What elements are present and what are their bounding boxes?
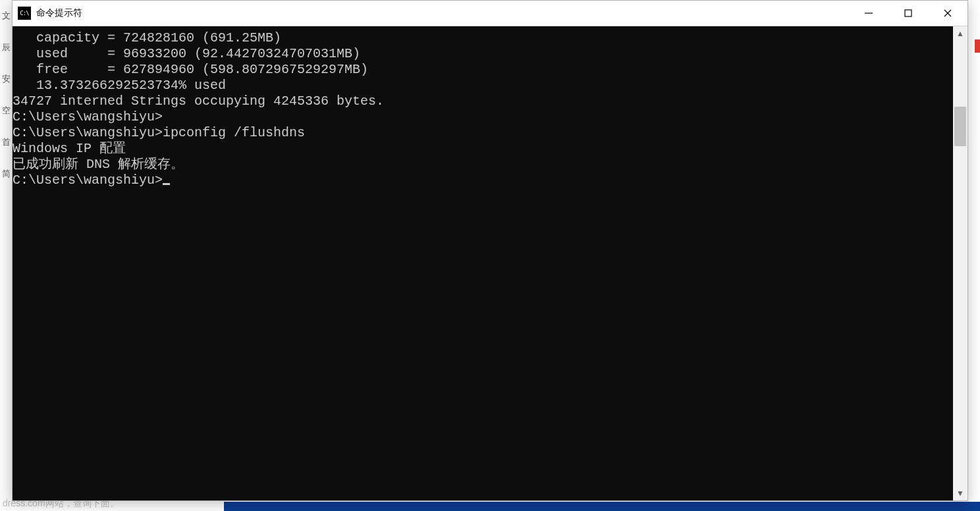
command-prompt-window: C:\ 命令提示符 capacity = 724828160 (691.25MB… [12, 0, 968, 501]
scrollbar-track[interactable] [953, 41, 967, 486]
scroll-up-arrow-icon[interactable]: ▲ [953, 26, 967, 41]
background-left-labels: 文 辰 安 空 首 简 [0, 0, 12, 511]
console-line: Windows IP 配置 [13, 141, 953, 157]
console-prompt-line[interactable]: C:\Users\wangshiyu> [13, 173, 953, 188]
close-icon [943, 9, 952, 18]
console-wrap: capacity = 724828160 (691.25MB) used = 9… [13, 26, 967, 500]
titlebar[interactable]: C:\ 命令提示符 [13, 1, 967, 26]
scrollbar-thumb[interactable] [954, 107, 966, 146]
background-right-strip [975, 40, 980, 511]
minimize-icon [864, 9, 873, 18]
console-line: C:\Users\wangshiyu> [13, 109, 953, 125]
scroll-down-arrow-icon[interactable]: ▼ [953, 486, 967, 500]
console-output[interactable]: capacity = 724828160 (691.25MB) used = 9… [13, 26, 953, 500]
background-taskbar [224, 502, 980, 511]
console-prompt-text: C:\Users\wangshiyu> [13, 173, 163, 188]
maximize-icon [904, 9, 913, 18]
command-prompt-icon: C:\ [18, 7, 31, 20]
console-line: 已成功刷新 DNS 解析缓存。 [13, 157, 953, 173]
window-title: 命令提示符 [36, 7, 82, 19]
maximize-button[interactable] [888, 1, 928, 26]
console-line: 34727 interned Strings occupying 4245336… [13, 94, 953, 109]
console-line: capacity = 724828160 (691.25MB) [13, 30, 953, 46]
console-line: 13.373266292523734% used [13, 78, 953, 94]
cursor-icon [163, 183, 170, 185]
close-button[interactable] [928, 1, 967, 26]
svg-rect-1 [905, 10, 912, 16]
minimize-button[interactable] [849, 1, 888, 26]
console-line: used = 96933200 (92.44270324707031MB) [13, 46, 953, 62]
vertical-scrollbar[interactable]: ▲ ▼ [953, 26, 967, 500]
console-line: free = 627894960 (598.8072967529297MB) [13, 62, 953, 78]
console-line: C:\Users\wangshiyu>ipconfig /flushdns [13, 125, 953, 141]
